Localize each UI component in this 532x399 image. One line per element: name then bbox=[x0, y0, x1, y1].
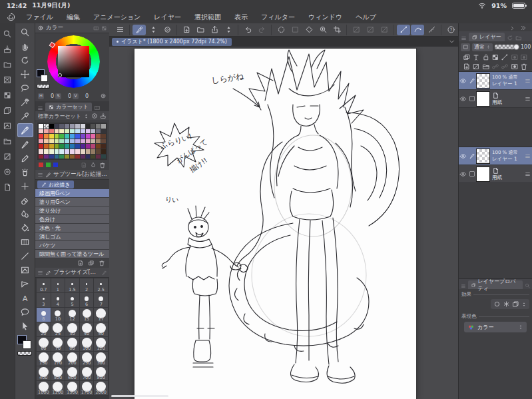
layer-row[interactable]: 100 % 通常レイヤー 1 bbox=[459, 147, 532, 165]
transform-1-button[interactable] bbox=[350, 25, 363, 35]
gradient-tool[interactable] bbox=[17, 235, 33, 249]
color-swatch[interactable] bbox=[96, 155, 101, 159]
auto-select-tool[interactable] bbox=[17, 95, 33, 109]
color-swatch[interactable] bbox=[65, 139, 69, 144]
color-swatch[interactable] bbox=[59, 144, 64, 149]
brush-size-cell[interactable]: 2 bbox=[80, 278, 94, 292]
reference-button[interactable] bbox=[2, 182, 13, 193]
brush-size-cell[interactable]: 400 bbox=[37, 366, 51, 380]
new-canvas-button[interactable] bbox=[180, 25, 193, 35]
brush-size-cell[interactable]: 3 bbox=[37, 293, 51, 307]
brush-size-cell[interactable]: 2000 bbox=[94, 381, 108, 395]
brush-size-cell[interactable]: 60 bbox=[37, 337, 51, 351]
color-swatch[interactable] bbox=[81, 139, 85, 144]
brush-size-cell[interactable]: 1 bbox=[51, 278, 65, 292]
layer-row-paper[interactable]: 用紙 bbox=[459, 90, 532, 108]
file-switch-button[interactable] bbox=[222, 25, 235, 35]
subtool-item[interactable]: 塗り用Gペン bbox=[35, 198, 109, 206]
brush-size-cell[interactable]: 700 bbox=[80, 366, 94, 380]
rotate-tool[interactable] bbox=[17, 53, 33, 67]
color-swatch[interactable] bbox=[39, 134, 43, 139]
brush-size-cell[interactable]: 2.5 bbox=[94, 278, 108, 292]
redo-button[interactable] bbox=[255, 25, 268, 35]
color-swatch[interactable] bbox=[65, 149, 69, 154]
brush-size-cell[interactable]: 1200 bbox=[51, 381, 65, 395]
color-swatch[interactable] bbox=[59, 155, 64, 159]
layer-row-paper[interactable]: 用紙 bbox=[459, 165, 532, 183]
snap-guide-button[interactable] bbox=[425, 25, 438, 35]
delete-subtool-icon[interactable] bbox=[99, 260, 105, 266]
subtool-item[interactable]: 線画用Gペン bbox=[35, 189, 109, 198]
new-folder-button[interactable] bbox=[481, 63, 491, 71]
subtool-item[interactable]: 隙間無く囲って塗るツール bbox=[35, 250, 109, 258]
layer-color-effect-icon[interactable] bbox=[512, 300, 519, 308]
color-swatch[interactable] bbox=[44, 134, 49, 139]
brush-tool[interactable] bbox=[17, 151, 33, 165]
link-mask-button[interactable] bbox=[519, 53, 529, 62]
hsv-value-s[interactable]: 0 bbox=[63, 93, 71, 99]
edit-color-set-icon[interactable] bbox=[91, 113, 98, 119]
color-swatch[interactable] bbox=[81, 129, 85, 134]
blend-mode-select[interactable]: 通常 bbox=[472, 43, 493, 51]
quick-access-button[interactable] bbox=[2, 29, 13, 39]
brush-size-handle-icon[interactable] bbox=[37, 270, 43, 276]
menu-item[interactable]: ウィンドウ bbox=[302, 13, 349, 22]
color-swatch[interactable] bbox=[49, 149, 54, 154]
item-bank-button[interactable] bbox=[2, 136, 13, 147]
recent-color-swatch[interactable] bbox=[53, 163, 58, 167]
color-swatch[interactable] bbox=[65, 124, 69, 129]
color-swatch[interactable] bbox=[39, 149, 43, 154]
color-swatch[interactable] bbox=[101, 155, 106, 159]
subtool-handle-icon[interactable] bbox=[37, 172, 43, 178]
main-transparent-chip[interactable] bbox=[17, 351, 32, 356]
tool-switch-button[interactable] bbox=[146, 25, 160, 35]
menu-item[interactable]: 編集 bbox=[60, 13, 87, 22]
figure-tool[interactable] bbox=[17, 249, 33, 263]
move-tool[interactable] bbox=[17, 67, 33, 81]
recent-color-swatch[interactable] bbox=[39, 163, 43, 167]
canvas-area[interactable]: しらがね ふらりい! がんばって 描け!! りい bbox=[109, 47, 458, 399]
brush-size-cell[interactable]: 170 bbox=[51, 352, 65, 366]
color-history-tab-icon[interactable] bbox=[94, 105, 101, 111]
color-swatch[interactable] bbox=[81, 124, 85, 129]
visibility-toggle[interactable] bbox=[459, 153, 467, 160]
clip-to-layer-below-button[interactable] bbox=[462, 53, 471, 62]
main-background-chip[interactable] bbox=[23, 340, 31, 349]
color-swatch[interactable] bbox=[55, 149, 59, 154]
brush-size-cell[interactable]: 1.5 bbox=[65, 278, 79, 292]
color-set-handle-icon[interactable] bbox=[37, 105, 43, 111]
color-swatch[interactable] bbox=[70, 155, 75, 159]
transform-3-button[interactable] bbox=[378, 25, 391, 35]
color-swatch[interactable] bbox=[44, 139, 49, 144]
brush-edit-icon[interactable] bbox=[101, 270, 107, 276]
visibility-toggle[interactable] bbox=[459, 171, 467, 178]
color-swatch[interactable] bbox=[81, 149, 85, 154]
editing-indicator[interactable] bbox=[467, 153, 476, 159]
clear-selection-button[interactable] bbox=[302, 25, 316, 35]
color-swatch[interactable] bbox=[75, 139, 80, 144]
layer-property-handle-icon[interactable] bbox=[461, 283, 466, 289]
brush-size-cell[interactable]: 6 bbox=[80, 293, 94, 307]
timelapse-button[interactable] bbox=[160, 25, 174, 35]
menu-item[interactable]: フィルター bbox=[254, 13, 302, 22]
color-swatch[interactable] bbox=[70, 129, 75, 134]
color-swatch[interactable] bbox=[55, 144, 59, 149]
color-swatch[interactable] bbox=[39, 129, 43, 134]
color-swatch[interactable] bbox=[55, 155, 59, 159]
background-color-chip[interactable] bbox=[41, 75, 48, 82]
layer-search-tab-icon[interactable] bbox=[525, 282, 531, 289]
color-swatch[interactable] bbox=[44, 155, 49, 159]
color-swatch[interactable] bbox=[59, 134, 64, 139]
border-effect-icon[interactable] bbox=[493, 300, 501, 308]
document-tab[interactable]: イラスト* (1800 x 2400px 72dpi 74.2%) bbox=[112, 38, 232, 46]
color-swatch[interactable] bbox=[91, 149, 95, 154]
brush-size-cell[interactable]: 10 bbox=[51, 308, 65, 322]
color-swatch[interactable] bbox=[70, 134, 75, 139]
color-swatch[interactable] bbox=[86, 155, 91, 159]
eraser-tool[interactable] bbox=[17, 193, 33, 207]
layer-menu[interactable] bbox=[525, 153, 532, 159]
menu-item[interactable]: 選択範囲 bbox=[188, 13, 228, 22]
clip-studio-logo-icon[interactable] bbox=[7, 13, 15, 21]
subtool-item[interactable]: 色分け bbox=[35, 215, 109, 224]
color-swatch[interactable] bbox=[81, 134, 85, 139]
